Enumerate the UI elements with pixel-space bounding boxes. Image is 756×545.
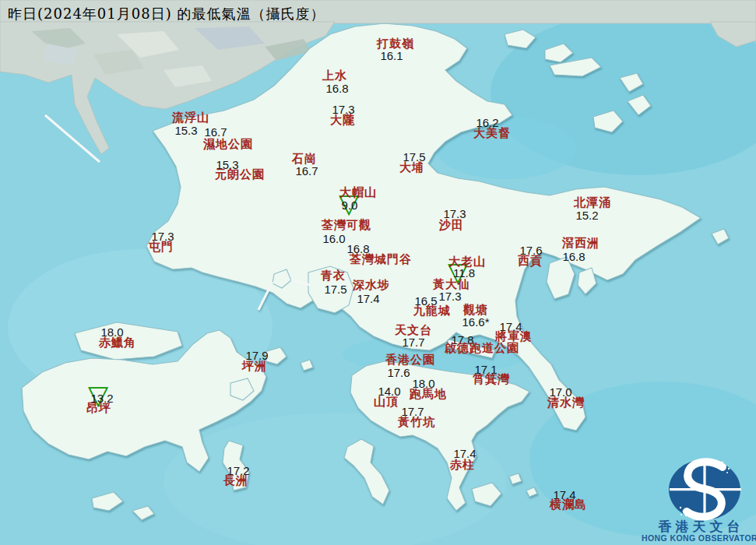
station-name-label: 山頂	[374, 395, 399, 410]
station-name-label: 坪洲	[242, 359, 267, 374]
station-name-label: 荃灣城門谷	[350, 252, 412, 267]
weather-map-screen: 昨日(2024年01月08日) 的最低氣溫（攝氏度） 16.1打鼓嶺16.8上水…	[0, 0, 756, 545]
station-name-label: 跑馬地	[410, 387, 447, 402]
station-name-label: 長洲	[223, 473, 248, 488]
hko-logo-english-name: HONG KONG OBSERVATORY	[642, 533, 756, 543]
station-name-label: 赤鱲角	[99, 336, 136, 350]
station-temp-value: 15.3	[174, 124, 197, 137]
station-name-label: 大美督	[473, 126, 511, 141]
station-name-label: 石崗	[292, 152, 317, 167]
station-temp-value: 16.0	[322, 232, 345, 245]
station-name-label: 荃灣可觀	[322, 218, 371, 233]
station-name-label: 打鼓嶺	[377, 37, 414, 51]
station-name-label: 清水灣	[547, 396, 585, 410]
station-temp-value: 16.8	[325, 82, 348, 95]
station-name-label: 筲箕灣	[473, 372, 510, 387]
hko-logo-captions: 香港天文台 HONG KONG OBSERVATORY	[646, 455, 756, 545]
station-name-label: 沙田	[439, 218, 464, 233]
station-name-label: 屯門	[149, 240, 174, 255]
station-name-label: 西貢	[518, 254, 543, 269]
station-name-label: 青衣	[321, 269, 346, 283]
station-name-label: 赤柱	[450, 458, 475, 473]
station-name-label: 啟德跑道公園	[445, 341, 519, 356]
station-name-label: 滘西洲	[562, 236, 600, 251]
station-name-label: 觀塘	[463, 303, 488, 318]
station-name-label: 天文台	[395, 323, 432, 338]
station-name-label: 香港公園	[385, 353, 435, 367]
station-name-label: 濕地公園	[203, 137, 253, 152]
station-name-label: 大帽山	[339, 185, 377, 200]
station-name-label: 深水埗	[353, 278, 390, 293]
station-temp-value: 17.5	[324, 283, 346, 296]
station-temp-value: 16.8	[562, 250, 585, 263]
station-name-label: 黃竹坑	[398, 415, 435, 430]
station-name-label: 北潭涌	[574, 195, 611, 210]
station-temp-value: 15.2	[575, 209, 598, 222]
station-name-label: 上水	[322, 69, 347, 83]
station-name-label: 昂坪	[86, 401, 111, 416]
station-temp-value: 17.6	[387, 366, 410, 379]
station-name-label: 九龍城	[413, 304, 451, 318]
station-name-label: 元朗公園	[215, 167, 265, 182]
station-temp-value: 9.0	[342, 199, 358, 212]
station-name-label: 横瀾島	[550, 498, 587, 512]
station-name-label: 流浮山	[172, 111, 209, 125]
station-temp-value: 17.4	[357, 292, 379, 305]
station-name-label: 大埔	[399, 160, 424, 175]
station-name-label: 大老山	[448, 255, 486, 269]
station-name-label: 大隴	[330, 113, 355, 128]
station-name-label: 黃大仙	[433, 277, 470, 292]
station-labels-layer: 16.1打鼓嶺16.8上水17.3大隴16.2大美督15.3流浮山16.7濕地公…	[0, 0, 756, 545]
